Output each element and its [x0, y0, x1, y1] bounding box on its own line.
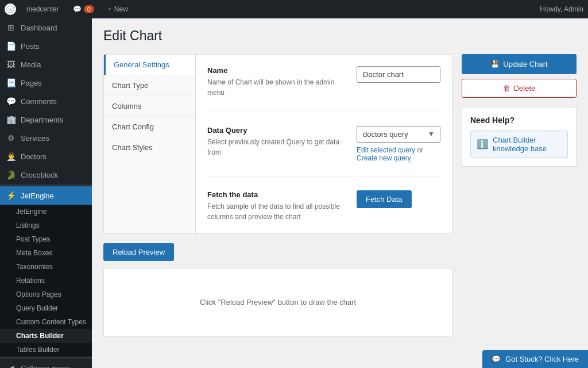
fetch-form-row: Fetch the data Fetch sample of the data … — [207, 190, 440, 222]
sidebar-item-label: Posts — [21, 42, 40, 51]
sidebar-item-listings[interactable]: Listings — [0, 218, 92, 232]
tables-builder-label: Tables Builder — [16, 346, 59, 354]
create-new-query-link[interactable]: Create new query — [357, 154, 411, 162]
got-stuck-icon: 💬 — [492, 355, 501, 363]
delete-label: Delete — [514, 84, 536, 93]
departments-icon: 🏢 — [6, 114, 16, 125]
sidebar-item-services[interactable]: ⚙ Services — [0, 129, 92, 147]
sidebar-item-label: Media — [21, 60, 41, 69]
sidebar-item-charts-builder[interactable]: Charts Builder — [0, 329, 92, 343]
got-stuck-bar[interactable]: 💬 Got Stuck? Click Here — [482, 350, 588, 368]
name-input[interactable] — [357, 66, 440, 83]
sidebar-item-options-pages[interactable]: Options Pages — [0, 288, 92, 301]
options-pages-label: Options Pages — [16, 290, 61, 298]
sidebar-item-posts[interactable]: 📄 Posts — [0, 37, 92, 55]
tab-general-settings[interactable]: General Settings — [104, 55, 195, 75]
name-label: Name — [207, 66, 345, 75]
sidebar-item-label: Comments — [21, 97, 57, 106]
tab-columns[interactable]: Columns — [104, 96, 195, 117]
services-icon: ⚙ — [6, 133, 16, 143]
delete-button[interactable]: 🗑 Delete — [462, 79, 577, 98]
data-query-select-wrapper: doctors query ▼ — [357, 126, 440, 143]
query-builder-label: Query Builder — [16, 304, 58, 312]
tab-chart-styles[interactable]: Chart Styles — [104, 137, 195, 158]
sidebar-item-post-types[interactable]: Post Types — [0, 232, 92, 246]
tab-chart-config[interactable]: Chart Config — [104, 117, 195, 137]
wp-logo[interactable]: W — [5, 3, 16, 15]
fetch-hint: Fetch sample of the data to find all pos… — [207, 201, 345, 222]
sidebar-item-meta-boxes[interactable]: Meta Boxes — [0, 246, 92, 260]
comments-badge: 0 — [84, 5, 94, 13]
data-query-label: Data Query — [207, 126, 345, 135]
right-sidebar: 💾 Update Chart 🗑 Delete Need Help? ℹ️ Ch… — [462, 54, 577, 167]
adminbar-new-label: New — [114, 5, 128, 13]
sidebar-item-label: Departments — [21, 116, 63, 124]
post-types-label: Post Types — [16, 235, 50, 243]
settings-content: Name Name of Chart will be shown in the … — [195, 54, 452, 234]
data-query-hint: Select previously created Query to get d… — [207, 137, 345, 158]
sidebar-item-dashboard[interactable]: ⊞ Dashboard — [0, 18, 92, 37]
name-hint: Name of Chart will be shown in the admin… — [207, 77, 345, 98]
help-title: Need Help? — [470, 116, 568, 125]
comment-icon: 💬 — [73, 5, 82, 13]
pages-icon: 📃 — [6, 78, 16, 88]
help-knowledge-base-link[interactable]: ℹ️ Chart Builder knowledge base — [470, 131, 568, 158]
sidebar-item-comments[interactable]: 💬 Comments — [0, 92, 92, 110]
crocoblock-icon: 🐊 — [6, 170, 16, 180]
media-icon: 🖼 — [6, 59, 16, 70]
content-area: Edit Chart General Settings Chart Type C — [92, 18, 588, 368]
adminbar-howdy: Howdy, Admin — [540, 5, 583, 13]
sidebar-item-label: Services — [21, 134, 49, 143]
data-query-select[interactable]: doctors query — [357, 126, 440, 143]
meta-boxes-label: Meta Boxes — [16, 249, 52, 257]
collapse-icon: ◀ — [6, 363, 16, 368]
preview-hint-text: Click "Reload Preview" button to draw th… — [200, 298, 356, 306]
sidebar-item-label: Dashboard — [21, 24, 57, 32]
help-link-label: Chart Builder knowledge base — [493, 136, 562, 153]
sidebar-item-label: JetEngine — [21, 191, 54, 200]
jetengine-sub-label: JetEngine — [16, 208, 47, 216]
sidebar-item-media[interactable]: 🖼 Media — [0, 55, 92, 74]
name-form-row: Name Name of Chart will be shown in the … — [207, 66, 440, 112]
fetch-label: Fetch the data — [207, 190, 345, 199]
sidebar-item-jetengine-parent[interactable]: ⚡ JetEngine — [0, 186, 92, 205]
sidebar: ⊞ Dashboard 📄 Posts 🖼 Media 📃 Pages 💬 Co… — [0, 18, 92, 368]
adminbar-site-name: medcenter — [26, 5, 59, 13]
collapse-menu[interactable]: ◀ Collapse menu — [0, 359, 92, 368]
sidebar-item-label: Pages — [21, 79, 42, 87]
charts-builder-label: Charts Builder — [16, 332, 64, 340]
edit-selected-query-link[interactable]: Edit selected query — [357, 146, 415, 154]
fetch-data-button[interactable]: Fetch Data — [357, 190, 412, 208]
jetengine-icon: ⚡ — [6, 190, 16, 201]
sidebar-item-doctors[interactable]: 👨‍⚕ Doctors — [0, 147, 92, 166]
sidebar-item-tables-builder[interactable]: Tables Builder — [0, 343, 92, 356]
sidebar-item-crocoblock[interactable]: 🐊 Crocoblock — [0, 166, 92, 184]
plus-icon: + — [108, 5, 112, 13]
sidebar-item-label: Crocoblock — [21, 171, 58, 179]
collapse-label: Collapse menu — [21, 364, 71, 369]
sidebar-item-taxonomies[interactable]: Taxonomies — [0, 260, 92, 274]
got-stuck-label: Got Stuck? Click Here — [505, 355, 579, 363]
sidebar-item-custom-content-types[interactable]: Custom Content Types — [0, 315, 92, 329]
adminbar-comments[interactable]: 💬 0 — [69, 5, 98, 13]
sidebar-item-query-builder[interactable]: Query Builder — [0, 301, 92, 315]
trash-icon: 🗑 — [503, 84, 510, 93]
sidebar-item-relations[interactable]: Relations — [0, 274, 92, 288]
tab-chart-type[interactable]: Chart Type — [104, 75, 195, 96]
adminbar-site[interactable]: medcenter — [23, 5, 63, 13]
svg-text:W: W — [8, 7, 13, 12]
sidebar-item-pages[interactable]: 📃 Pages — [0, 74, 92, 92]
adminbar-new[interactable]: + New — [105, 5, 131, 13]
sidebar-item-jetengine[interactable]: JetEngine — [0, 205, 92, 218]
comments-icon: 💬 — [6, 96, 16, 106]
reload-preview-button[interactable]: Reload Preview — [103, 243, 174, 261]
update-chart-button[interactable]: 💾 Update Chart — [462, 54, 577, 74]
posts-icon: 📄 — [6, 41, 16, 51]
custom-content-types-label: Custom Content Types — [16, 318, 86, 326]
data-query-form-row: Data Query Select previously created Que… — [207, 126, 440, 177]
sidebar-item-departments[interactable]: 🏢 Departments — [0, 110, 92, 129]
relations-label: Relations — [16, 277, 45, 285]
help-card: Need Help? ℹ️ Chart Builder knowledge ba… — [462, 107, 577, 167]
sidebar-item-label: Doctors — [21, 152, 47, 161]
save-icon: 💾 — [490, 60, 500, 68]
